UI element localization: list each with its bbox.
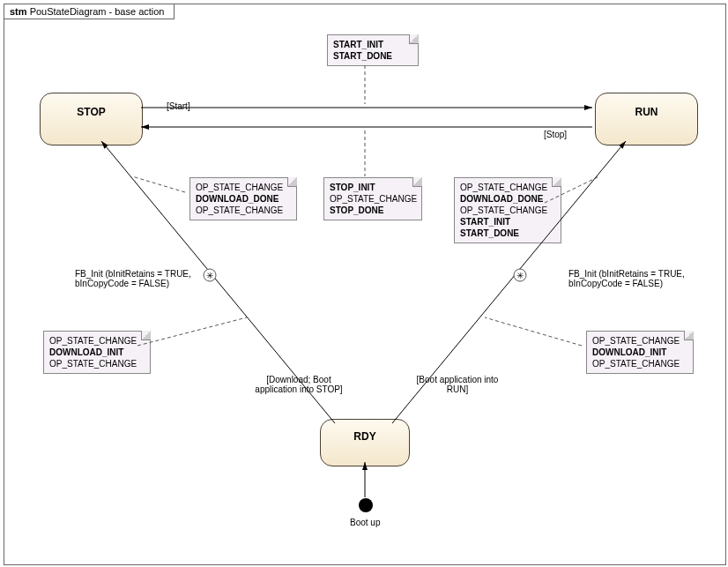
note-line: DOWNLOAD_DONE [460,194,543,204]
note-line: OP_STATE_CHANGE [592,359,680,369]
initial-state [359,498,373,512]
diagram-title-tab: stm PouStateDiagram - base action [4,4,175,19]
note-line: START_INIT [333,40,383,49]
note-line: OP_STATE_CHANGE [330,194,417,204]
note-left-lower: OP_STATE_CHANGE DOWNLOAD_INIT OP_STATE_C… [43,331,151,374]
note-line: DOWNLOAD_INIT [49,347,123,357]
label-fbinit-right: FB_Init (bInitRetains = TRUE,bInCopyCode… [568,269,701,288]
note-line: STOP_INIT [330,183,375,192]
note-line: OP_STATE_CHANGE [460,205,547,215]
note-left-upper: OP_STATE_CHANGE DOWNLOAD_DONE OP_STATE_C… [189,177,297,220]
label-download-stop: [Download; Bootapplication into STOP] [246,375,352,394]
note-line: OP_STATE_CHANGE [460,183,547,192]
note-line: OP_STATE_CHANGE [592,336,680,346]
note-line: OP_STATE_CHANGE [49,359,137,369]
note-line: OP_STATE_CHANGE [49,336,137,346]
state-stop: STOP [40,93,143,145]
diagram-frame: stm PouStateDiagram - base action STOP R… [4,4,726,565]
note-line: DOWNLOAD_DONE [196,194,279,204]
note-start-events: START_INIT START_DONE [327,34,419,66]
note-line: OP_STATE_CHANGE [196,205,283,215]
note-line: DOWNLOAD_INIT [592,347,666,357]
note-stop-events: STOP_INIT OP_STATE_CHANGE STOP_DONE [323,177,422,220]
note-line: START_INIT [460,217,510,227]
diagram-kind: stm [10,6,27,17]
state-stop-label: STOP [77,106,105,118]
state-run: RUN [595,93,698,145]
label-fbinit-left: FB_Init (bInitRetains = TRUE,bInCopyCode… [75,269,207,288]
state-rdy: RDY [320,419,410,466]
state-run-label: RUN [635,106,658,118]
note-line: START_DONE [333,51,392,61]
label-boot-run: [Boot application intoRUN] [405,375,510,394]
label-bootup: Boot up [350,518,380,527]
note-line: STOP_DONE [330,205,384,215]
note-line: OP_STATE_CHANGE [196,183,283,192]
note-right-upper: OP_STATE_CHANGE DOWNLOAD_DONE OP_STATE_C… [454,177,561,243]
label-stop: [Stop] [544,130,567,139]
diagram-title: PouStateDiagram - base action [30,6,165,17]
note-line: START_DONE [460,228,519,238]
note-right-lower: OP_STATE_CHANGE DOWNLOAD_INIT OP_STATE_C… [586,331,694,374]
label-start: [Start] [167,101,190,111]
state-rdy-label: RDY [353,430,375,443]
